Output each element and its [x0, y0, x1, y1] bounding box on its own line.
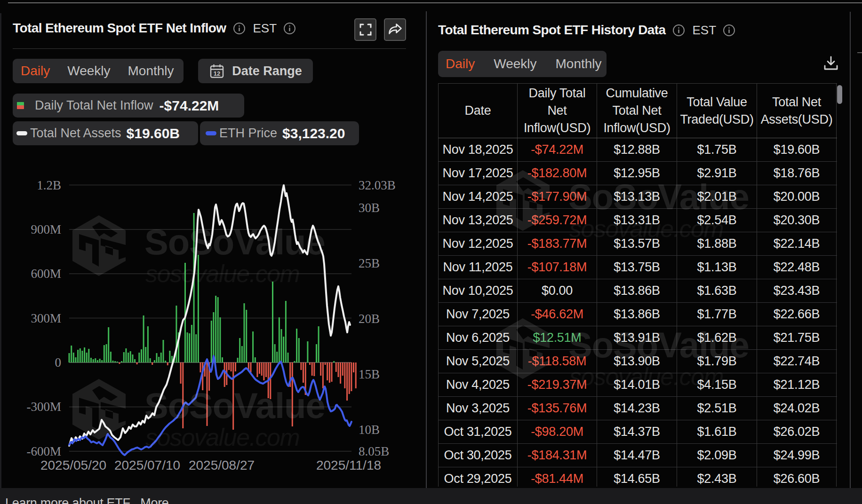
svg-text:2025/11/18: 2025/11/18: [316, 458, 381, 472]
svg-text:10B: 10B: [359, 423, 380, 437]
svg-text:12: 12: [214, 70, 220, 77]
svg-text:15B: 15B: [359, 367, 380, 381]
svg-text:2025/08/27: 2025/08/27: [189, 458, 255, 472]
svg-text:30B: 30B: [359, 201, 380, 215]
svg-text:2025/05/20: 2025/05/20: [40, 458, 106, 472]
svg-text:20B: 20B: [359, 312, 380, 326]
svg-text:300M: 300M: [31, 311, 61, 325]
svg-text:900M: 900M: [31, 222, 61, 236]
svg-text:-600M: -600M: [27, 444, 62, 458]
svg-text:-300M: -300M: [27, 400, 62, 414]
svg-text:25B: 25B: [359, 256, 380, 270]
svg-text:2025/07/10: 2025/07/10: [114, 458, 180, 472]
svg-text:600M: 600M: [31, 267, 61, 281]
svg-text:8.05B: 8.05B: [359, 444, 389, 458]
svg-text:32.03B: 32.03B: [359, 178, 396, 192]
svg-text:0: 0: [55, 355, 62, 370]
svg-text:1.2B: 1.2B: [37, 178, 61, 192]
